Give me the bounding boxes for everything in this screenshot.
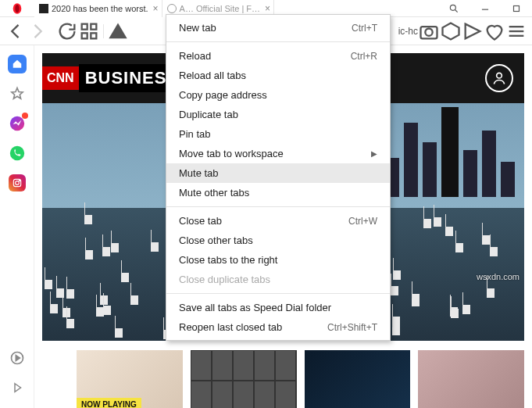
menu-duplicate-tab[interactable]: Duplicate tab [166, 105, 390, 124]
reload-button[interactable] [56, 20, 78, 42]
svg-point-21 [497, 73, 502, 78]
menu-close-right[interactable]: Close tabs to the right [166, 250, 390, 270]
opera-icon [11, 2, 23, 15]
reload-icon [56, 20, 78, 42]
menu-separator [166, 293, 390, 294]
menu-reload[interactable]: ReloadCtrl+R [166, 46, 390, 66]
menu-reopen-closed[interactable]: Reopen last closed tabCtrl+Shift+T [166, 317, 390, 337]
extension-button[interactable] [440, 20, 462, 42]
tab-title: 2020 has been the worst. [52, 4, 148, 13]
opera-menu-button[interactable] [0, 0, 34, 17]
svg-point-1 [15, 4, 19, 13]
divider [103, 24, 104, 38]
svg-rect-5 [514, 5, 520, 11]
now-playing-badge: NOW PLAYING [77, 398, 141, 408]
menu-separator [166, 41, 390, 42]
star-icon [9, 86, 25, 102]
menu-mute-other[interactable]: Mute other tabs [166, 183, 390, 202]
browser-window: 2020 has been the worst. × A… Official S… [0, 0, 532, 408]
maximize-icon [511, 3, 522, 14]
minimize-icon [480, 3, 491, 14]
notification-badge [22, 113, 28, 119]
cube-icon [440, 20, 462, 42]
forward-button[interactable] [27, 20, 48, 42]
minimize-button[interactable] [470, 0, 501, 17]
svg-rect-7 [91, 23, 96, 29]
warning-icon [107, 20, 129, 42]
chevron-right-icon: ▶ [371, 149, 377, 158]
menu-reload-all[interactable]: Reload all tabs [166, 66, 390, 85]
menu-save-speed-dial[interactable]: Save all tabs as Speed Dial folder [166, 298, 390, 317]
chevron-right-icon [27, 20, 48, 42]
favicon-icon [167, 4, 177, 13]
tab-context-menu: New tabCtrl+T ReloadCtrl+R Reload all ta… [166, 14, 391, 341]
menu-move-workspace[interactable]: Move tab to workspace▶ [166, 144, 390, 163]
svg-rect-9 [91, 33, 96, 38]
svg-point-11 [425, 28, 432, 35]
maximize-button[interactable] [501, 0, 532, 17]
speed-dial-button[interactable] [78, 20, 100, 42]
sidebar-instagram[interactable] [8, 174, 27, 192]
thumbnail-item[interactable] [305, 350, 411, 408]
svg-point-19 [19, 181, 20, 181]
tab-close-button[interactable]: × [153, 3, 159, 14]
url-fragment: ic-hc [398, 26, 418, 37]
heart-icon [484, 20, 505, 42]
sidebar-player[interactable] [8, 349, 27, 367]
favicon-icon [39, 4, 48, 13]
sidebar [0, 45, 34, 408]
menu-close-duplicate: Close duplicate tabs [166, 270, 390, 289]
thumbnail-now-playing[interactable]: NOW PLAYING [77, 350, 183, 408]
sidebar-home[interactable] [8, 55, 27, 73]
sidebar-messenger[interactable] [8, 114, 27, 133]
thumbnail-row: NOW PLAYING [77, 350, 524, 408]
back-button[interactable] [5, 20, 27, 42]
svg-point-18 [15, 181, 19, 185]
window-controls [438, 0, 532, 17]
triangle-right-icon [10, 381, 24, 395]
site-info-button[interactable] [107, 20, 129, 42]
grid-icon [78, 20, 100, 42]
svg-line-3 [455, 9, 458, 12]
svg-point-16 [9, 146, 23, 160]
camera-icon [418, 20, 440, 42]
account-button[interactable] [485, 64, 513, 92]
play-circle-icon [9, 350, 25, 366]
sidebar-expand[interactable] [8, 378, 27, 397]
user-icon [491, 70, 507, 86]
chevron-left-icon [5, 20, 27, 42]
menu-mute-tab[interactable]: Mute tab [166, 163, 390, 183]
menu-close-tab[interactable]: Close tabCtrl+W [166, 211, 390, 231]
menu-pin-tab[interactable]: Pin tab [166, 124, 390, 144]
tab-title: A… Official Site | F… [180, 4, 261, 13]
thumbnail-item[interactable] [418, 350, 524, 408]
search-icon [448, 3, 459, 14]
menu-copy-address[interactable]: Copy page address [166, 85, 390, 105]
instagram-icon [9, 174, 26, 191]
play-send-icon [462, 20, 484, 42]
menu-close-other[interactable]: Close other tabs [166, 231, 390, 250]
whatsapp-icon [9, 145, 26, 162]
sidebar-bookmarks[interactable] [8, 84, 27, 103]
home-icon [12, 59, 23, 70]
sidebar-whatsapp[interactable] [8, 144, 27, 163]
thumbnail-item[interactable] [191, 350, 297, 408]
svg-point-2 [450, 5, 455, 10]
svg-rect-8 [82, 33, 87, 38]
bookmark-button[interactable] [484, 20, 505, 42]
watermark: wsxdn.com [477, 272, 520, 281]
snapshot-button[interactable] [418, 20, 440, 42]
svg-rect-6 [82, 23, 87, 29]
tab-close-button[interactable]: × [265, 3, 270, 14]
cnn-logo: CNN [42, 66, 79, 90]
tab-active[interactable]: 2020 has been the worst. × [34, 0, 162, 17]
menu-new-tab[interactable]: New tabCtrl+T [166, 18, 390, 38]
search-everywhere-button[interactable] [438, 0, 470, 17]
video-popout-button[interactable] [462, 20, 484, 42]
menu-icon [505, 20, 527, 42]
main-menu-button[interactable] [505, 20, 527, 42]
skyline-graphic [385, 103, 515, 197]
menu-separator [166, 206, 390, 207]
